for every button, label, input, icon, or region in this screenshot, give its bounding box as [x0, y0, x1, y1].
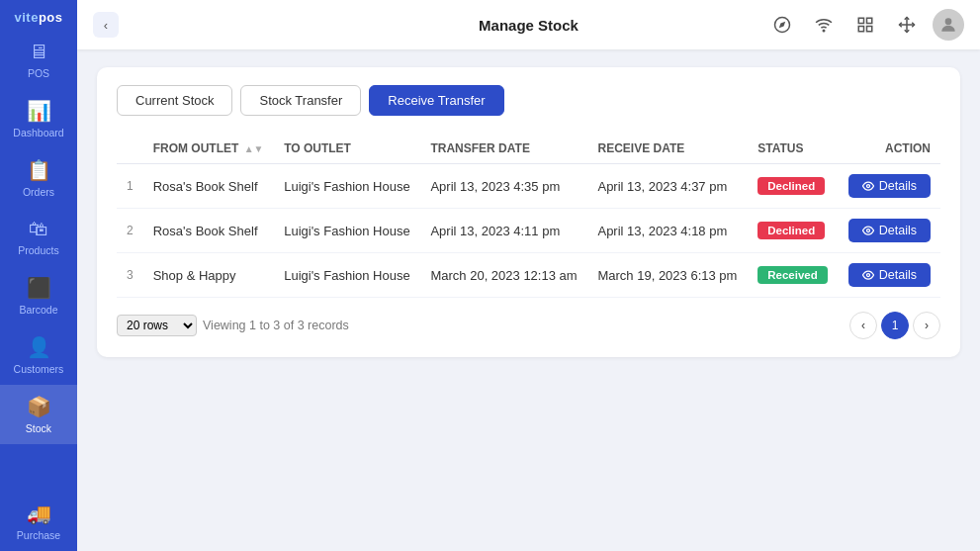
sidebar-item-dashboard[interactable]: 📊 Dashboard	[0, 89, 77, 148]
orders-icon: 📋	[27, 158, 51, 182]
customers-icon: 👤	[27, 335, 51, 359]
col-from-outlet: FROM OUTLET ▲▼	[143, 134, 274, 164]
pos-icon: 🖥	[29, 41, 48, 63]
svg-rect-3	[858, 18, 863, 23]
pagination: ‹ 1 ›	[849, 312, 940, 339]
svg-rect-6	[867, 27, 872, 32]
move-icon-button[interactable]	[891, 9, 923, 41]
sidebar-item-customers[interactable]: 👤 Customers	[0, 325, 77, 385]
cell-action-2: Details	[838, 253, 940, 298]
sidebar-label-stock: Stock	[26, 422, 51, 434]
cell-from-outlet-0: Rosa's Book Shelf	[143, 164, 274, 209]
cell-receive-date-2: March 19, 2023 6:13 pm	[587, 253, 748, 298]
main-area: ‹ Manage Stock Current Stock	[77, 0, 980, 551]
table-row: 1 Rosa's Book Shelf Luigi's Fashion Hous…	[117, 164, 940, 209]
logo: vitepos	[0, 0, 77, 31]
cell-receive-date-1: April 13, 2023 4:18 pm	[587, 209, 748, 253]
sidebar-label-products: Products	[18, 244, 58, 256]
cell-to-outlet-2: Luigi's Fashion House	[274, 253, 420, 298]
page-prev-button[interactable]: ‹	[849, 312, 877, 339]
content: Current Stock Stock Transfer Receive Tra…	[77, 49, 980, 551]
sidebar-label-customers: Customers	[14, 363, 64, 375]
cell-transfer-date-0: April 13, 2023 4:35 pm	[420, 164, 587, 209]
rows-per-page-select[interactable]: 20 rows 50 rows 100 rows	[117, 315, 197, 336]
dashboard-icon: 📊	[27, 99, 51, 123]
page-next-button[interactable]: ›	[913, 312, 940, 339]
table-header-row: FROM OUTLET ▲▼ TO OUTLET TRANSFER DATE R…	[117, 134, 940, 164]
sidebar-label-barcode: Barcode	[19, 304, 57, 316]
table-footer: 20 rows 50 rows 100 rows Viewing 1 to 3 …	[117, 312, 940, 339]
sidebar-item-purchase[interactable]: 🚚 Purchase	[0, 492, 77, 551]
cell-receive-date-0: April 13, 2023 4:37 pm	[587, 164, 748, 209]
sidebar: vitepos 🖥 POS 📊 Dashboard 📋 Orders 🛍 Pro…	[0, 0, 77, 551]
back-button[interactable]: ‹	[93, 12, 119, 38]
tab-receive-transfer[interactable]: Receive Transfer	[369, 85, 503, 116]
page-title: Manage Stock	[479, 17, 579, 34]
cell-to-outlet-0: Luigi's Fashion House	[274, 164, 420, 209]
sidebar-item-orders[interactable]: 📋 Orders	[0, 148, 77, 208]
cell-transfer-date-1: April 13, 2023 4:11 pm	[420, 209, 587, 253]
cell-status-2: Received	[748, 253, 838, 298]
grid-icon-button[interactable]	[849, 9, 881, 41]
col-receive-date: RECEIVE DATE	[587, 134, 748, 164]
status-badge-0: Declined	[757, 177, 825, 195]
sort-icon-from: ▲▼	[244, 143, 264, 154]
svg-marker-1	[779, 22, 785, 28]
cell-transfer-date-2: March 20, 2023 12:13 am	[420, 253, 587, 298]
barcode-icon: ⬛	[27, 276, 51, 300]
topbar-right	[766, 9, 964, 41]
details-button-1[interactable]: Details	[848, 219, 931, 242]
tab-current-stock[interactable]: Current Stock	[117, 85, 232, 116]
col-to-outlet: TO OUTLET	[274, 134, 420, 164]
page-1-button[interactable]: 1	[881, 312, 909, 339]
stock-table: FROM OUTLET ▲▼ TO OUTLET TRANSFER DATE R…	[117, 134, 940, 298]
sidebar-label-pos: POS	[28, 67, 49, 79]
svg-point-2	[823, 30, 825, 32]
sidebar-label-orders: Orders	[23, 186, 54, 198]
avatar[interactable]	[933, 9, 964, 41]
table-row: 2 Rosa's Book Shelf Luigi's Fashion Hous…	[117, 209, 940, 253]
col-num	[117, 134, 143, 164]
sidebar-label-purchase: Purchase	[17, 529, 60, 541]
svg-point-12	[866, 274, 869, 277]
cell-action-1: Details	[838, 209, 940, 253]
svg-point-11	[866, 230, 869, 232]
sidebar-item-pos[interactable]: 🖥 POS	[0, 31, 77, 89]
main-card: Current Stock Stock Transfer Receive Tra…	[97, 67, 960, 357]
cell-to-outlet-1: Luigi's Fashion House	[274, 209, 420, 253]
wifi-icon-button[interactable]	[808, 9, 840, 41]
rows-info: 20 rows 50 rows 100 rows Viewing 1 to 3 …	[117, 315, 349, 336]
cell-num-2: 3	[117, 253, 143, 298]
cell-num-0: 1	[117, 164, 143, 209]
topbar: ‹ Manage Stock	[77, 0, 980, 49]
viewing-label: Viewing 1 to 3 of 3 records	[203, 319, 349, 332]
compass-icon-button[interactable]	[766, 9, 798, 41]
purchase-icon: 🚚	[27, 502, 51, 525]
cell-from-outlet-2: Shop & Happy	[143, 253, 274, 298]
topbar-left: ‹	[93, 12, 119, 38]
svg-rect-5	[858, 27, 863, 32]
svg-point-9	[945, 18, 952, 25]
details-button-0[interactable]: Details	[848, 174, 931, 198]
cell-status-0: Declined	[748, 164, 838, 209]
products-icon: 🛍	[29, 218, 48, 240]
tab-row: Current Stock Stock Transfer Receive Tra…	[117, 85, 940, 116]
sidebar-label-dashboard: Dashboard	[13, 127, 63, 138]
logo-text: vitepos	[14, 10, 62, 25]
status-badge-1: Declined	[757, 222, 825, 239]
sidebar-item-barcode[interactable]: ⬛ Barcode	[0, 266, 77, 325]
stock-icon: 📦	[27, 395, 51, 418]
cell-from-outlet-1: Rosa's Book Shelf	[143, 209, 274, 253]
cell-action-0: Details	[838, 164, 940, 209]
table-row: 3 Shop & Happy Luigi's Fashion House Mar…	[117, 253, 940, 298]
col-action: ACTION	[838, 134, 940, 164]
tab-stock-transfer[interactable]: Stock Transfer	[240, 85, 361, 116]
sidebar-item-products[interactable]: 🛍 Products	[0, 208, 77, 266]
sidebar-item-stock[interactable]: 📦 Stock	[0, 385, 77, 444]
col-status: STATUS	[748, 134, 838, 164]
cell-status-1: Declined	[748, 209, 838, 253]
cell-num-1: 2	[117, 209, 143, 253]
details-button-2[interactable]: Details	[848, 263, 931, 287]
svg-rect-4	[867, 18, 872, 23]
svg-point-10	[866, 185, 869, 188]
